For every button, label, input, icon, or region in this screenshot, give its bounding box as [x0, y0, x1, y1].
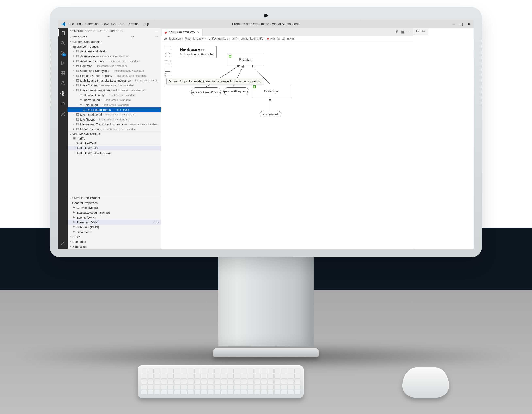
- palette-input-icon[interactable]: [165, 53, 171, 57]
- node-payfreq[interactable]: paymentFrequency: [223, 87, 249, 95]
- breadcrumb-item[interactable]: ◆ Premium.dmn.xml: [267, 37, 294, 40]
- tree-item[interactable]: Flexible Annuity— Tariff Group • standar…: [68, 93, 161, 97]
- breadcrumbs[interactable]: configuration›@config-basic›TariffUnitLi…: [161, 36, 413, 42]
- breadcrumb-item[interactable]: UnitLinkedTariff2: [241, 37, 263, 40]
- tree-item[interactable]: Common— Insurance Line • standard: [68, 63, 161, 68]
- cloud-icon[interactable]: [60, 101, 66, 106]
- tree-item[interactable]: Scenarios: [68, 239, 161, 244]
- tree-item[interactable]: Life Riders— Insurance Line • standard: [68, 117, 161, 122]
- explorer-icon[interactable]: [60, 30, 66, 36]
- tree-item[interactable]: Simulation: [68, 244, 161, 249]
- tree-item[interactable]: General Configuration: [68, 39, 161, 44]
- tree-item[interactable]: Unit Linked Tariffs— Tariff • basic: [68, 107, 161, 112]
- tree-item[interactable]: ⊞ Tariffs: [68, 136, 161, 141]
- tree-item[interactable]: Data model: [68, 230, 161, 234]
- breadcrumb-item[interactable]: tariff: [231, 37, 237, 40]
- tree-item[interactable]: Index-linked— Tariff Group • standard: [68, 97, 161, 102]
- svg-rect-53: [76, 118, 79, 121]
- menu-go[interactable]: Go: [111, 22, 116, 26]
- node-investment[interactable]: investmentLinkedPremium: [191, 87, 221, 96]
- tree-item[interactable]: Schedule (DMN): [68, 225, 161, 230]
- chevron-right-icon: [69, 240, 72, 243]
- more-actions-icon[interactable]: ⋯: [155, 29, 159, 33]
- palette-knowledge-icon[interactable]: [165, 60, 171, 64]
- tree-item[interactable]: General Properties: [68, 200, 161, 205]
- tree-item[interactable]: Premium (DMN)⎌▷: [68, 220, 161, 225]
- palette-decision-icon[interactable]: [165, 46, 171, 50]
- menu-run[interactable]: Run: [118, 22, 124, 26]
- menu-terminal[interactable]: Terminal: [127, 22, 139, 26]
- open-diagram-icon[interactable]: ⎌: [153, 221, 155, 224]
- tree-item[interactable]: Life - Traditional— Insurance Line • sta…: [68, 112, 161, 117]
- menu-edit[interactable]: Edit: [77, 22, 83, 26]
- chevron-right-icon: [72, 123, 75, 125]
- svg-rect-25: [76, 50, 79, 52]
- toggle-preview-icon[interactable]: ⎘: [396, 29, 398, 34]
- testing-icon[interactable]: [60, 81, 66, 86]
- tree-item[interactable]: Motor Insurance— Insurance Line • standa…: [68, 127, 161, 131]
- tree-item[interactable]: Rules: [68, 234, 161, 239]
- extra-icon[interactable]: [60, 111, 66, 117]
- svg-point-4: [61, 51, 62, 52]
- tree-item[interactable]: Assistance— Insurance Line • standard: [68, 54, 161, 58]
- tree-item[interactable]: Fire and Other Property— Insurance Line …: [68, 73, 161, 78]
- tab-more-icon[interactable]: ⋯: [407, 29, 411, 34]
- breadcrumb-item[interactable]: configuration: [163, 37, 181, 40]
- package-icon: [76, 113, 79, 116]
- node-coverage[interactable]: ▦ Coverage: [252, 84, 290, 98]
- extensions-icon[interactable]: [60, 70, 66, 76]
- minimize-icon[interactable]: ─: [452, 22, 455, 26]
- menu-selection[interactable]: Selection: [85, 22, 99, 26]
- tree-item[interactable]: Insurance Products: [68, 44, 161, 49]
- package-icon: [76, 50, 79, 53]
- package-icon: [76, 55, 79, 58]
- editor-tab[interactable]: ◆ Premium.dmn.xml ✕: [162, 29, 203, 36]
- menu-file[interactable]: File: [69, 22, 74, 26]
- tree-item[interactable]: Life - Common— Insurance Line • standard: [68, 83, 161, 88]
- ellipsis-icon[interactable]: ⋯: [155, 35, 158, 39]
- close-icon[interactable]: ✕: [467, 22, 470, 26]
- section-ult-header[interactable]: UNIT LINKED TARIFFS: [68, 132, 161, 136]
- definitions-box[interactable]: NewBusiness Definitions_0zsombw: [177, 46, 217, 58]
- accounts-icon[interactable]: [60, 241, 66, 246]
- add-icon[interactable]: ＋: [107, 35, 110, 39]
- tree-item[interactable]: Aviation Insurance— Insurance Line • sta…: [68, 58, 161, 63]
- inputs-tab[interactable]: Inputs: [413, 28, 428, 35]
- tree-item[interactable]: Convert (Script): [68, 205, 161, 210]
- tab-close-icon[interactable]: ✕: [197, 30, 200, 34]
- palette-rect-icon[interactable]: [165, 68, 171, 72]
- adinsure-ext-icon[interactable]: [60, 91, 66, 96]
- package-icon: [76, 74, 79, 77]
- tab-bar: ◆ Premium.dmn.xml ✕ ⎘ ▥ ⋯: [161, 28, 413, 36]
- source-control-icon[interactable]: 17: [60, 50, 66, 56]
- node-suminsured[interactable]: sumInsured: [260, 111, 281, 118]
- tree-item[interactable]: UnitLinkedTariff: [68, 141, 161, 146]
- tree-item[interactable]: EvaluateAccount (Script): [68, 210, 161, 215]
- section-packages-header[interactable]: PACKAGES ＋ ⟳ ⋯: [68, 34, 161, 39]
- run-debug-icon[interactable]: [60, 60, 66, 66]
- split-editor-icon[interactable]: ▥: [401, 29, 404, 34]
- menu-help[interactable]: Help: [142, 22, 149, 26]
- tree-item[interactable]: Marine and Transport Insurance— Insuranc…: [68, 122, 161, 127]
- puzzle-icon: [72, 211, 76, 214]
- tree-item[interactable]: UnitLinkedTariff2: [68, 146, 161, 151]
- tree-item[interactable]: Credit and Suretyship— Insurance Line • …: [68, 68, 161, 73]
- tree-item[interactable]: UnitLinkedTariffWithBonus: [68, 151, 161, 155]
- node-premium[interactable]: ▦ Premium: [228, 54, 264, 65]
- menu-view[interactable]: View: [101, 22, 108, 26]
- run-icon[interactable]: ▷: [157, 221, 159, 224]
- breadcrumb-item[interactable]: @config-basic: [184, 37, 204, 40]
- maximize-icon[interactable]: ▢: [459, 22, 463, 26]
- svg-point-24: [62, 242, 64, 243]
- chevron-down-icon: [69, 137, 72, 140]
- tree-item[interactable]: Liability and Financial Loss Insurance— …: [68, 78, 161, 83]
- tree-item[interactable]: Events (DMN): [68, 215, 161, 220]
- tree-item[interactable]: Unit-linked— Tariff Group • standard: [68, 102, 161, 107]
- section-ult2-header[interactable]: UNIT LINKED TARIFF2: [68, 196, 161, 200]
- tree-item[interactable]: Life - Investment-linked— Insurance Line…: [68, 88, 161, 93]
- tree-item[interactable]: Accident and Healt: [68, 49, 161, 54]
- search-icon[interactable]: [60, 40, 66, 46]
- dmn-canvas[interactable]: NewBusiness Definitions_0zsombw ▦ Premiu…: [161, 42, 413, 249]
- refresh-icon[interactable]: ⟳: [131, 35, 134, 39]
- breadcrumb-item[interactable]: TariffUnitLinked: [207, 37, 228, 40]
